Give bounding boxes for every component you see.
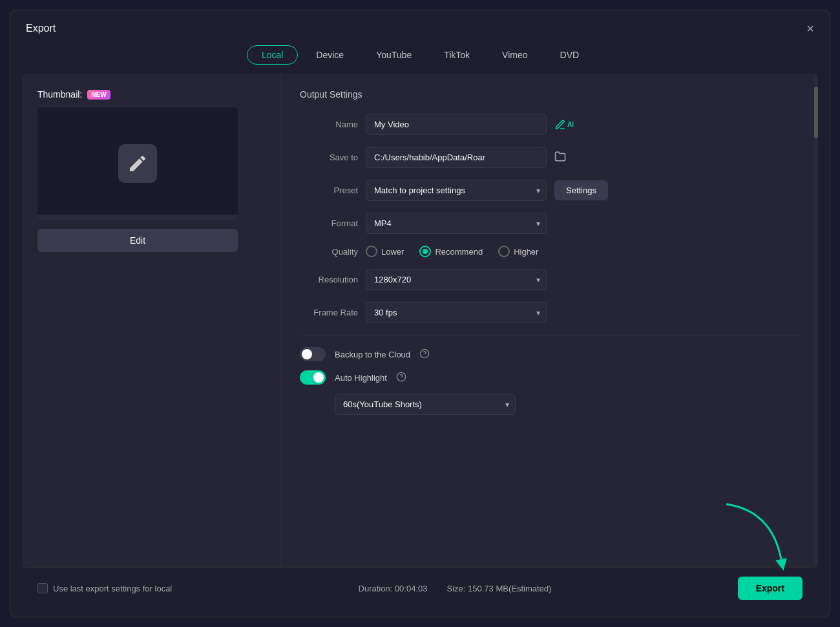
thumbnail-timeline	[37, 215, 238, 220]
auto-highlight-row: Auto Highlight	[300, 370, 799, 385]
main-row: Thumbnail: NEW Edit Output Settings	[22, 74, 818, 567]
folder-icon[interactable]	[554, 151, 566, 165]
auto-highlight-label: Auto Highlight	[335, 373, 387, 383]
resolution-select[interactable]: 1280x720	[366, 269, 547, 290]
ai-rename-icon[interactable]: AI	[554, 119, 574, 131]
footer: Use last export settings for local Durat…	[22, 567, 818, 609]
size-label: Size:	[447, 584, 466, 593]
preset-select-wrapper: Match to project settings ▾	[366, 180, 547, 201]
backup-cloud-row: Backup to the Cloud	[300, 347, 799, 361]
format-select[interactable]: MP4	[366, 213, 547, 234]
right-panel: Output Settings Name AI Save to	[280, 74, 818, 567]
backup-cloud-help-icon[interactable]	[419, 348, 430, 361]
quality-recommend-label: Recommend	[435, 247, 483, 257]
save-to-row: Save to	[300, 147, 799, 168]
frame-rate-row: Frame Rate 30 fps ▾	[300, 302, 799, 323]
format-label: Format	[300, 218, 358, 228]
name-input[interactable]	[366, 114, 547, 135]
backup-cloud-toggle[interactable]	[300, 347, 326, 361]
quality-higher-label: Higher	[514, 247, 538, 257]
quality-label: Quality	[300, 247, 358, 257]
resolution-label: Resolution	[300, 275, 358, 284]
thumbnail-text: Thumbnail:	[37, 89, 82, 100]
output-settings-title: Output Settings	[300, 89, 799, 100]
quality-higher[interactable]: Higher	[498, 246, 538, 257]
quality-row: Quality Lower Recommend Higher	[300, 246, 799, 257]
tab-youtube[interactable]: YouTube	[362, 45, 426, 65]
radio-lower	[366, 246, 377, 257]
new-badge: NEW	[87, 90, 110, 100]
quality-lower-label: Lower	[381, 247, 404, 257]
auto-highlight-help-icon[interactable]	[396, 372, 406, 384]
highlight-duration-row: 60s(YouTube Shorts) ▾	[300, 394, 799, 415]
export-button[interactable]: Export	[738, 577, 803, 600]
resolution-row: Resolution 1280x720 ▾	[300, 269, 799, 290]
quality-options: Lower Recommend Higher	[366, 246, 538, 257]
format-row: Format MP4 ▾	[300, 213, 799, 234]
divider	[300, 335, 799, 335]
duration-label: Duration:	[359, 584, 393, 593]
size-info: Size: 150.73 MB(Estimated)	[447, 584, 552, 593]
tab-bar: Local Device YouTube TikTok Vimeo DVD	[10, 43, 830, 74]
highlight-duration-wrapper: 60s(YouTube Shorts) ▾	[335, 394, 516, 415]
tab-dvd[interactable]: DVD	[546, 45, 594, 65]
resolution-select-wrapper: 1280x720 ▾	[366, 269, 547, 290]
title-bar: Export ×	[10, 10, 830, 43]
frame-rate-label: Frame Rate	[300, 308, 358, 317]
footer-info: Duration: 00:04:03 Size: 150.73 MB(Estim…	[359, 584, 552, 593]
scrollbar-thumb[interactable]	[814, 87, 818, 138]
preset-label: Preset	[300, 186, 358, 195]
frame-rate-select-wrapper: 30 fps ▾	[366, 302, 547, 323]
thumbnail-preview	[37, 107, 238, 220]
quality-recommend[interactable]: Recommend	[419, 246, 483, 257]
preset-row: Preset Match to project settings ▾ Setti…	[300, 180, 799, 201]
duration-value: 00:04:03	[395, 584, 428, 593]
tab-device[interactable]: Device	[302, 45, 358, 65]
duration-info: Duration: 00:04:03	[359, 584, 428, 593]
use-last-settings-checkbox-label[interactable]: Use last export settings for local	[37, 583, 172, 593]
thumbnail-label: Thumbnail: NEW	[37, 89, 110, 100]
size-value: 150.73 MB(Estimated)	[468, 584, 551, 593]
edit-pencil-icon	[127, 153, 148, 174]
auto-highlight-toggle[interactable]	[300, 370, 326, 385]
save-path-input[interactable]	[366, 147, 547, 168]
name-label: Name	[300, 120, 358, 129]
preset-select[interactable]: Match to project settings	[366, 180, 547, 201]
close-button[interactable]: ×	[806, 22, 814, 35]
tab-local[interactable]: Local	[247, 45, 298, 65]
export-dialog: Export × Local Device YouTube TikTok Vim…	[10, 10, 830, 617]
content-area: Thumbnail: NEW Edit Output Settings	[22, 74, 818, 567]
save-to-label: Save to	[300, 153, 358, 162]
use-last-settings-checkbox[interactable]	[37, 583, 48, 593]
dialog-title: Export	[26, 23, 56, 34]
use-last-settings-text: Use last export settings for local	[53, 584, 172, 593]
settings-button[interactable]: Settings	[554, 180, 608, 200]
highlight-duration-select[interactable]: 60s(YouTube Shorts)	[335, 394, 516, 415]
left-panel: Thumbnail: NEW Edit	[22, 74, 280, 567]
quality-lower[interactable]: Lower	[366, 246, 404, 257]
tab-vimeo[interactable]: Vimeo	[488, 45, 541, 65]
scrollbar	[814, 74, 818, 567]
radio-recommend	[419, 246, 431, 257]
frame-rate-select[interactable]: 30 fps	[366, 302, 547, 323]
radio-higher	[498, 246, 510, 257]
edit-button[interactable]: Edit	[37, 229, 238, 252]
tab-tiktok[interactable]: TikTok	[430, 45, 484, 65]
format-select-wrapper: MP4 ▾	[366, 213, 547, 234]
backup-cloud-label: Backup to the Cloud	[335, 350, 410, 359]
thumbnail-icon	[118, 144, 157, 183]
name-row: Name AI	[300, 114, 799, 135]
